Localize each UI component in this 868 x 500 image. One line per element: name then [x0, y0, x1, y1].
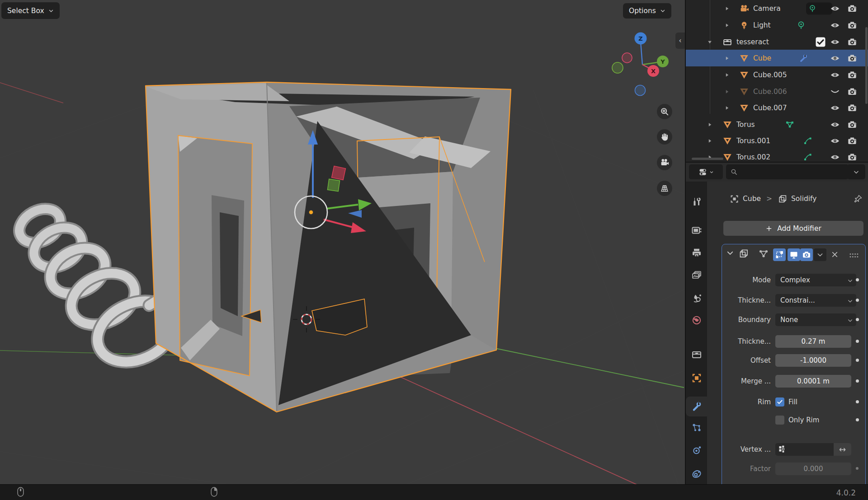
animate-dot[interactable] — [856, 400, 859, 403]
on-cage-toggle[interactable] — [758, 248, 769, 261]
close-icon[interactable] — [830, 250, 839, 261]
outliner-row-camera[interactable]: Camera — [686, 0, 868, 17]
properties-tab-world[interactable] — [686, 310, 707, 330]
outliner-item-label[interactable]: Camera — [753, 5, 781, 13]
outliner-row-cube-007[interactable]: Cube.007 — [686, 99, 868, 116]
properties-tab-modifiers[interactable] — [686, 397, 707, 416]
invert-vertex-group-button[interactable] — [834, 443, 851, 456]
render-visibility-icon[interactable] — [847, 53, 857, 63]
axis-ball-neg-y[interactable] — [612, 62, 623, 73]
outliner-item-label[interactable]: tesseract — [736, 38, 769, 46]
sidebar-collapse-arrow[interactable]: ‹ — [675, 33, 685, 49]
drag-handle-icon[interactable] — [849, 250, 859, 263]
outliner-item-label[interactable]: Torus.001 — [736, 137, 770, 145]
mode-dropdown[interactable]: Complex — [775, 274, 856, 286]
outliner-row-cube[interactable]: Cube — [686, 50, 868, 66]
properties-tab-particles[interactable] — [686, 418, 707, 438]
orthographic-grid-button[interactable] — [657, 181, 672, 196]
breadcrumb-object[interactable]: Cube — [743, 195, 761, 203]
render-visibility-icon[interactable] — [847, 4, 857, 14]
animate-dot[interactable] — [856, 418, 859, 421]
eye-icon[interactable] — [830, 20, 840, 30]
properties-tab-object[interactable] — [686, 368, 707, 388]
solidify-modifier-panel[interactable]: ModeComplexThickne...Constrai...Boundary… — [722, 244, 866, 485]
disclosure-right-icon[interactable] — [707, 121, 713, 127]
panel-expand-icon[interactable] — [726, 249, 734, 259]
eye-icon[interactable] — [830, 136, 840, 146]
vertex-group-field[interactable] — [775, 443, 836, 456]
active-tool-chip[interactable]: Select Box — [1, 2, 60, 19]
eye-icon[interactable] — [830, 70, 840, 80]
axis-ball-neg-z[interactable] — [635, 85, 646, 96]
outliner-item-label[interactable]: Cube.005 — [753, 71, 787, 79]
eye-icon[interactable] — [830, 120, 840, 130]
camera-view-button[interactable] — [657, 155, 672, 170]
properties-tab-output[interactable] — [686, 243, 707, 263]
factor-field[interactable]: 0.000 — [775, 463, 851, 475]
outliner-item-label[interactable]: Torus.002 — [736, 153, 770, 161]
thickne-dropdown[interactable]: Constrai... — [775, 294, 856, 307]
animate-dot[interactable] — [856, 467, 859, 470]
disclosure-right-icon[interactable] — [724, 72, 730, 78]
3d-viewport[interactable]: Z Y X Select Box Options ‹ — [0, 0, 685, 484]
render-visibility-icon[interactable] — [847, 37, 857, 47]
viewport-canvas[interactable]: Z Y X — [0, 0, 685, 484]
move-plane-y-handle[interactable] — [327, 179, 340, 191]
outliner-item-label[interactable]: Cube.006 — [753, 88, 787, 96]
eye-icon[interactable] — [830, 103, 840, 113]
disclosure-right-icon[interactable] — [707, 138, 713, 144]
animate-dot[interactable] — [856, 318, 859, 321]
disclosure-right-icon[interactable] — [724, 22, 730, 28]
render-visibility-icon[interactable] — [847, 103, 857, 113]
only-rim-checkbox[interactable] — [775, 416, 784, 425]
properties-tab-tool[interactable] — [686, 192, 707, 212]
boundary-dropdown[interactable]: None — [775, 313, 856, 326]
outliner-item-label[interactable]: Cube — [753, 54, 771, 62]
render-visibility-icon[interactable] — [847, 87, 857, 97]
render-visibility-icon[interactable] — [847, 20, 857, 30]
outliner-row-torus-001[interactable]: Torus.001 — [686, 132, 868, 149]
eye-icon[interactable] — [830, 53, 840, 63]
outliner-scrollbar-vertical[interactable] — [865, 27, 868, 104]
disclosure-right-icon[interactable] — [724, 89, 730, 94]
disclosure-right-icon[interactable] — [724, 55, 730, 61]
editor-type-button[interactable] — [689, 164, 723, 179]
properties-tab-collection[interactable] — [686, 345, 707, 364]
properties-search-field[interactable] — [726, 164, 849, 179]
pan-button[interactable] — [657, 129, 672, 145]
outliner-panel[interactable]: CameraLighttesseractCubeCube.005Cube.006… — [685, 0, 868, 162]
collection-checkbox[interactable] — [816, 37, 826, 47]
outliner-row-torus[interactable]: Torus — [686, 116, 868, 133]
properties-tab-view-layer[interactable] — [686, 266, 707, 285]
options-button[interactable]: Options — [623, 3, 671, 19]
outliner-row-cube-006[interactable]: Cube.006 — [686, 83, 868, 100]
animate-dot[interactable] — [856, 340, 859, 343]
properties-tab-render[interactable] — [686, 220, 707, 240]
render-visibility-icon[interactable] — [847, 70, 857, 80]
properties-tab-scene[interactable] — [686, 288, 707, 308]
eye-icon[interactable] — [830, 4, 840, 14]
animate-dot[interactable] — [856, 278, 859, 281]
offset-field[interactable]: -1.0000 — [775, 354, 851, 367]
axis-ball-neg-x[interactable] — [622, 53, 632, 63]
pin-icon[interactable] — [854, 194, 863, 203]
add-modifier-button[interactable]: Add Modifier — [723, 221, 863, 236]
properties-tab-physics-cell[interactable] — [686, 464, 707, 484]
outliner-item-label[interactable]: Cube.007 — [753, 104, 787, 112]
realtime-toggle[interactable] — [788, 248, 800, 261]
outliner-item-label[interactable]: Torus — [736, 121, 755, 129]
eye-closed-icon[interactable] — [830, 87, 840, 97]
outliner-row-light[interactable]: Light — [686, 17, 868, 33]
extras-dropdown[interactable] — [814, 248, 826, 261]
filter-dropdown-button[interactable] — [847, 164, 865, 179]
render-visibility-icon[interactable] — [847, 136, 857, 146]
outliner-item-label[interactable]: Light — [753, 21, 771, 29]
properties-panel[interactable]: Cube > Solidify Add Modifier ModeComplex… — [685, 162, 868, 485]
properties-tab-physics[interactable] — [686, 440, 707, 460]
edit-mode-toggle[interactable] — [773, 248, 786, 261]
thickne-field[interactable]: 0.27 m — [775, 335, 851, 348]
render-visibility-icon[interactable] — [847, 120, 857, 130]
disclosure-down-icon[interactable] — [707, 39, 713, 45]
merge-field[interactable]: 0.0001 m — [775, 375, 851, 388]
properties-tab-column[interactable] — [686, 182, 707, 485]
